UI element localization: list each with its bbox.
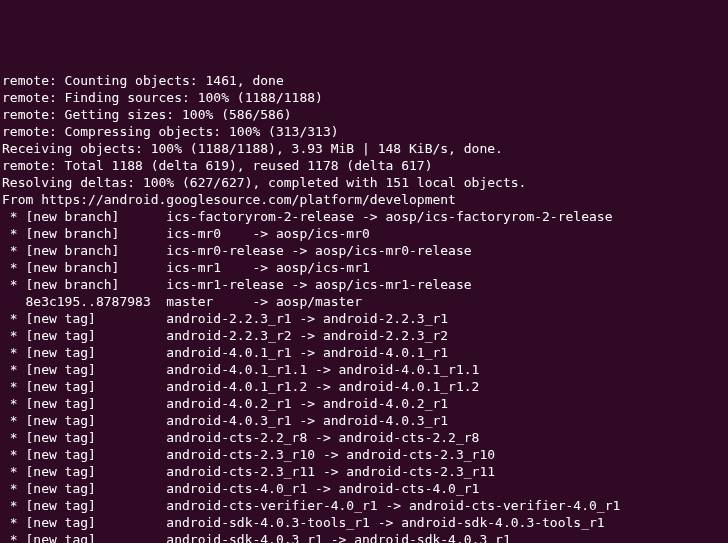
terminal-line: Resolving deltas: 100% (627/627), comple… — [2, 174, 726, 191]
terminal-line: * [new branch] ics-mr1-release -> aosp/i… — [2, 276, 726, 293]
terminal-line: * [new tag] android-sdk-4.0.3-tools_r1 -… — [2, 514, 726, 531]
terminal-line: * [new tag] android-cts-4.0_r1 -> androi… — [2, 480, 726, 497]
terminal-line: * [new tag] android-4.0.2_r1 -> android-… — [2, 395, 726, 412]
terminal-line: remote: Total 1188 (delta 619), reused 1… — [2, 157, 726, 174]
terminal-line: remote: Finding sources: 100% (1188/1188… — [2, 89, 726, 106]
terminal-line: * [new branch] ics-mr1 -> aosp/ics-mr1 — [2, 259, 726, 276]
terminal-line: * [new branch] ics-mr0-release -> aosp/i… — [2, 242, 726, 259]
terminal-line: * [new tag] android-cts-2.3_r10 -> andro… — [2, 446, 726, 463]
terminal-line: remote: Compressing objects: 100% (313/3… — [2, 123, 726, 140]
terminal-output[interactable]: remote: Counting objects: 1461, doneremo… — [2, 72, 726, 543]
terminal-line: * [new branch] ics-mr0 -> aosp/ics-mr0 — [2, 225, 726, 242]
terminal-line: * [new tag] android-cts-2.3_r11 -> andro… — [2, 463, 726, 480]
terminal-line: * [new branch] ics-factoryrom-2-release … — [2, 208, 726, 225]
terminal-line: * [new tag] android-4.0.1_r1 -> android-… — [2, 344, 726, 361]
terminal-line: * [new tag] android-2.2.3_r2 -> android-… — [2, 327, 726, 344]
terminal-line: * [new tag] android-4.0.3_r1 -> android-… — [2, 412, 726, 429]
terminal-line: * [new tag] android-4.0.1_r1.1 -> androi… — [2, 361, 726, 378]
terminal-line: 8e3c195..8787983 master -> aosp/master — [2, 293, 726, 310]
terminal-line: * [new tag] android-4.0.1_r1.2 -> androi… — [2, 378, 726, 395]
terminal-line: * [new tag] android-cts-2.2_r8 -> androi… — [2, 429, 726, 446]
terminal-line: remote: Getting sizes: 100% (586/586) — [2, 106, 726, 123]
terminal-line: * [new tag] android-sdk-4.0.3_r1 -> andr… — [2, 531, 726, 543]
terminal-line: * [new tag] android-cts-verifier-4.0_r1 … — [2, 497, 726, 514]
terminal-line: Receiving objects: 100% (1188/1188), 3.9… — [2, 140, 726, 157]
terminal-line: * [new tag] android-2.2.3_r1 -> android-… — [2, 310, 726, 327]
terminal-line: From https://android.googlesource.com/pl… — [2, 191, 726, 208]
terminal-line: remote: Counting objects: 1461, done — [2, 72, 726, 89]
